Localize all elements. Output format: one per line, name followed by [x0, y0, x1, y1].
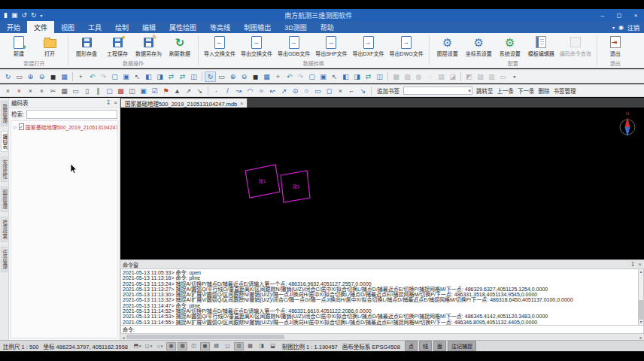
- add-bookmark-button[interactable]: 追加书签: [377, 86, 399, 95]
- circle-fill-icon[interactable]: ◍: [413, 71, 424, 82]
- arrow-ne-icon[interactable]: ↗: [183, 86, 194, 96]
- ribbon-button-模板编辑器[interactable]: 模板编辑器: [527, 35, 556, 59]
- split-left-icon[interactable]: ◧: [143, 71, 154, 82]
- select2-icon[interactable]: ↖: [329, 71, 340, 82]
- grid-toggle-icon[interactable]: ▦: [178, 342, 187, 350]
- bookmark-manage-button[interactable]: 书签管理: [554, 86, 576, 95]
- flag-icon[interactable]: ⚑: [160, 86, 172, 96]
- cut-icon[interactable]: ✂: [47, 86, 59, 96]
- swap3-icon[interactable]: ⇄: [363, 71, 374, 82]
- draw-curve-icon[interactable]: ↜: [267, 86, 278, 96]
- window-icon[interactable]: ◫: [188, 71, 199, 82]
- side-tab-数据管理[interactable]: 数据管理: [1, 101, 8, 126]
- side-tab-图层管理[interactable]: 图层管理: [1, 187, 8, 212]
- scroll-down-icon[interactable]: ▾: [639, 320, 642, 325]
- command-input[interactable]: 命令:: [120, 326, 644, 334]
- grid2-icon[interactable]: ▦: [261, 71, 272, 82]
- select-mode-icon[interactable]: ◻▾: [144, 342, 153, 350]
- circle-mode-icon[interactable]: ○▾: [155, 342, 165, 350]
- fill-toggle-icon[interactable]: ◼: [200, 342, 210, 350]
- ribbon-button-图形存盘[interactable]: 图形存盘: [72, 35, 101, 59]
- frame-toggle-icon[interactable]: ◻: [223, 342, 232, 350]
- draw-circle-dot-icon[interactable]: ⊙: [290, 86, 301, 96]
- double-rect-icon[interactable]: ◫: [126, 86, 138, 96]
- menu-tab-等高线[interactable]: 等高线: [203, 21, 237, 33]
- rect-fill2-icon[interactable]: ▣: [317, 71, 329, 82]
- arrow-se-icon[interactable]: ↘: [194, 86, 205, 96]
- layers-toggle-icon[interactable]: ▤: [211, 342, 221, 350]
- save-icon[interactable]: ▣: [11, 11, 18, 19]
- draw-spline-icon[interactable]: ≈: [256, 86, 267, 96]
- pan2-icon[interactable]: +: [272, 71, 284, 82]
- mode-button-面[interactable]: 面: [433, 341, 446, 351]
- redo-icon[interactable]: ↻: [31, 11, 37, 19]
- side-tab-实体属性[interactable]: 实体属性: [1, 156, 8, 182]
- triangle-icon[interactable]: ▲: [172, 86, 183, 96]
- compass-icon[interactable]: N: [620, 111, 635, 137]
- corner-tool-icon[interactable]: ⌐: [346, 86, 357, 96]
- mode-button-线[interactable]: 线: [419, 341, 432, 351]
- circle-icon[interactable]: ◌: [424, 71, 436, 82]
- ribbon-button-退出[interactable]: ⇥退出: [601, 35, 630, 59]
- minimize-button[interactable]: –: [594, 9, 611, 21]
- maximize-button[interactable]: ◻: [611, 9, 627, 21]
- extent-icon[interactable]: ▭: [14, 71, 25, 82]
- close-button[interactable]: ×: [627, 9, 644, 21]
- draw-line-icon[interactable]: /: [222, 86, 233, 96]
- rect-select-icon[interactable]: ▢: [109, 71, 120, 82]
- ribbon-button-导出交换文件[interactable]: →导出交换文件: [239, 35, 274, 59]
- pin-icon[interactable]: ↧: [106, 99, 111, 106]
- mode-button-点[interactable]: 点: [405, 341, 418, 351]
- swap-icon[interactable]: ⇄: [166, 71, 177, 82]
- ribbon-button-编码命令查询[interactable]: 编码命令查询: [558, 35, 593, 59]
- split-left2-icon[interactable]: ◧: [340, 71, 351, 82]
- draw-rect-icon[interactable]: ▭: [312, 86, 324, 96]
- diag-icon[interactable]: ▧: [475, 71, 486, 82]
- corner-icon[interactable]: ◪: [447, 71, 458, 82]
- bookmark-delete-button[interactable]: 删除: [539, 86, 550, 95]
- document-tab[interactable]: 国家基础地理500_2019_210513104247.mdb ×: [120, 98, 248, 108]
- zoom-out2-icon[interactable]: ⊖: [238, 71, 250, 82]
- ribbon-button-新建[interactable]: +新建: [5, 35, 33, 59]
- close-panel-icon[interactable]: ×: [638, 261, 642, 268]
- ribbon-button-刷新数据[interactable]: ↻刷新数据: [166, 35, 194, 59]
- ribbon-button-导出DWG文件[interactable]: →导出DWG文件: [388, 35, 425, 59]
- ribbon-button-图层设置[interactable]: ⚙图层设置: [433, 35, 462, 59]
- menu-tab-开始[interactable]: 开始: [0, 21, 27, 33]
- polygon-icon[interactable]: ▢: [104, 86, 115, 96]
- checkbox[interactable]: ✓: [19, 123, 24, 130]
- zoom-out-icon[interactable]: ⊖: [36, 71, 47, 82]
- ribbon-button-导出SHP文件[interactable]: →导出SHP文件: [314, 35, 348, 59]
- mesh-icon[interactable]: ▦: [59, 86, 70, 96]
- dot-icon[interactable]: ▪: [509, 71, 520, 82]
- mode-button-注记捕捉[interactable]: 注记捕捉: [448, 341, 476, 351]
- point-tool-icon[interactable]: ×: [2, 86, 14, 96]
- draw-arc-icon[interactable]: ◠: [245, 86, 256, 96]
- scrollbar-thumb[interactable]: [126, 335, 284, 339]
- expander-icon[interactable]: ▷: [14, 124, 17, 129]
- logout-button[interactable]: 注销: [627, 23, 639, 32]
- account-icon[interactable]: ◉: [618, 24, 624, 31]
- side-tab-任务管理[interactable]: 任务管理: [1, 247, 8, 272]
- full-extent-icon[interactable]: ◼: [47, 71, 59, 82]
- close-tab-icon[interactable]: ×: [240, 101, 243, 106]
- half-toggle-icon[interactable]: ◨: [257, 342, 266, 350]
- draw-circle-icon[interactable]: ○: [301, 86, 312, 96]
- hatch2-icon[interactable]: ▨: [402, 71, 413, 82]
- ortho-toggle-icon[interactable]: ◫: [189, 342, 199, 350]
- redo-icon[interactable]: ↷: [98, 71, 109, 82]
- redo2-icon[interactable]: ↷: [295, 71, 306, 82]
- undo-icon[interactable]: ↺: [21, 11, 27, 19]
- rect-fill-icon[interactable]: ▣: [120, 71, 132, 82]
- undo-icon[interactable]: ↶: [87, 71, 98, 82]
- point-red-tool-icon[interactable]: ×: [14, 86, 25, 96]
- split-right2-icon[interactable]: ◨: [351, 71, 363, 82]
- side-tab-编码表[interactable]: 编码表: [1, 131, 8, 152]
- frame-icon[interactable]: ▭: [497, 71, 509, 82]
- zoom-in2-icon[interactable]: ⊕: [227, 71, 238, 82]
- erase-icon[interactable]: ×: [335, 86, 346, 96]
- zoom-in-icon[interactable]: ⊕: [25, 71, 36, 82]
- parallel-icon[interactable]: ∥: [93, 86, 104, 96]
- scroll-left-icon[interactable]: ◂: [120, 335, 126, 340]
- split-right-icon[interactable]: ◨: [154, 71, 166, 82]
